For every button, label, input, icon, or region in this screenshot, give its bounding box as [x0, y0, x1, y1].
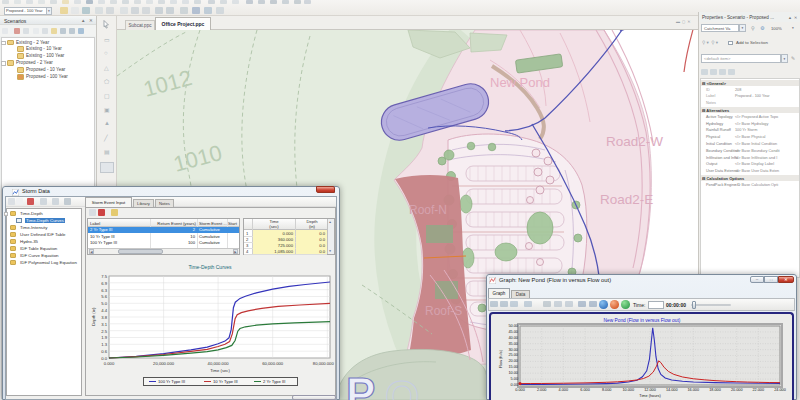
svg-text:New Pond: New Pond	[490, 75, 550, 90]
svg-text:P: P	[346, 369, 375, 400]
svg-text:O: O	[385, 372, 419, 400]
svg-text:Road2-W: Road2-W	[606, 134, 663, 149]
svg-text:Roof-S: Roof-S	[425, 304, 462, 318]
svg-text:Road2-E: Road2-E	[600, 192, 653, 207]
svg-text:Roof-N: Roof-N	[409, 203, 447, 217]
